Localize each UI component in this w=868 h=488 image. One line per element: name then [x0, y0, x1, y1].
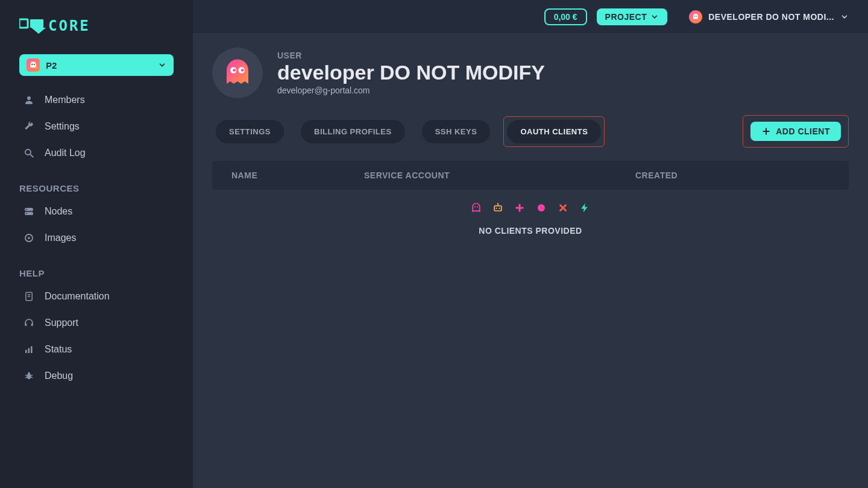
sidebar-item-label: Nodes	[45, 206, 72, 217]
svg-rect-22	[31, 346, 33, 353]
balance-badge[interactable]: 0,00 €	[544, 8, 587, 25]
headset-icon	[23, 317, 35, 329]
project-selector[interactable]: P2	[19, 54, 174, 76]
add-client-label: ADD CLIENT	[776, 127, 830, 136]
sidebar-item-label: Settings	[45, 121, 80, 132]
svg-point-12	[26, 213, 27, 214]
svg-rect-37	[494, 206, 502, 211]
ghost-icon	[27, 58, 40, 72]
svg-rect-9	[25, 208, 33, 211]
svg-rect-10	[25, 212, 33, 215]
sidebar-item-label: Status	[45, 344, 72, 355]
section-header-resources: RESOURCES	[19, 183, 174, 193]
tab-settings[interactable]: SETTINGS	[216, 120, 284, 143]
sidebar-item-label: Support	[45, 318, 78, 328]
svg-point-36	[477, 206, 478, 207]
bars-icon	[23, 343, 35, 355]
topbar: 0,00 € PROJECT DEVELOPER DO NOT MODI...	[193, 0, 868, 33]
chevron-down-icon	[840, 13, 849, 21]
column-header-created: CREATED	[635, 170, 829, 180]
svg-point-4	[31, 64, 33, 65]
project-button-label: PROJECT	[605, 12, 647, 22]
tab-ssh-keys[interactable]: SSH KEYS	[422, 120, 491, 143]
clients-table: NAME SERVICE ACCOUNT CREATED NO CLIENTS …	[212, 161, 849, 236]
svg-point-39	[497, 203, 498, 204]
brand-logo[interactable]: CORE	[19, 17, 174, 35]
core-logo-icon: CORE	[19, 17, 117, 35]
sidebar-item-debug[interactable]: Debug	[19, 365, 174, 387]
ghost-icon	[470, 202, 482, 214]
svg-line-27	[25, 377, 27, 378]
sidebar-item-support[interactable]: Support	[19, 312, 174, 334]
bug-icon	[23, 370, 35, 382]
main: 0,00 € PROJECT DEVELOPER DO NOT MODI...	[193, 0, 868, 488]
sidebar-item-label: Debug	[45, 371, 73, 381]
add-client-highlight: ADD CLIENT	[743, 115, 849, 148]
svg-point-42	[538, 204, 545, 211]
chevron-down-icon	[650, 13, 659, 21]
book-icon	[23, 290, 35, 302]
user-kicker: USER	[277, 51, 545, 60]
empty-icons	[470, 202, 591, 214]
svg-rect-1	[30, 19, 43, 28]
svg-point-34	[241, 69, 244, 72]
user-menu[interactable]: DEVELOPER DO NOT MODI...	[689, 10, 849, 23]
search-icon	[23, 147, 35, 159]
ghost-icon	[221, 57, 254, 89]
tabs: SETTINGS BILLING PROFILES SSH KEYS OAUTH…	[212, 116, 605, 147]
table-header: NAME SERVICE ACCOUNT CREATED	[212, 161, 849, 190]
svg-line-28	[31, 377, 33, 378]
tab-oauth-clients[interactable]: OAUTH CLIENTS	[507, 120, 601, 143]
svg-rect-18	[25, 324, 27, 327]
svg-point-14	[28, 237, 30, 239]
plus-icon	[514, 202, 526, 214]
section-header-help: HELP	[19, 268, 174, 278]
wrench-icon	[23, 120, 35, 133]
sidebar-item-images[interactable]: Images	[19, 227, 174, 249]
svg-point-23	[27, 374, 31, 379]
tabs-row: SETTINGS BILLING PROFILES SSH KEYS OAUTH…	[212, 115, 849, 148]
disc-icon	[23, 232, 35, 244]
bolt-icon	[579, 202, 591, 214]
svg-point-5	[34, 64, 35, 65]
sidebar-item-members[interactable]: Members	[19, 89, 174, 111]
tab-billing-profiles[interactable]: BILLING PROFILES	[301, 120, 405, 143]
user-title: developer DO NOT MODIFY	[277, 60, 545, 85]
sidebar-item-label: Images	[45, 233, 76, 243]
svg-text:CORE: CORE	[48, 17, 90, 34]
sidebar-item-label: Audit Log	[45, 148, 86, 158]
empty-message: NO CLIENTS PROVIDED	[479, 226, 582, 236]
robot-icon	[492, 202, 504, 214]
project-dropdown-button[interactable]: PROJECT	[597, 8, 668, 25]
svg-line-26	[31, 375, 33, 376]
user-email: developer@g-portal.com	[277, 86, 545, 95]
column-header-name: NAME	[231, 170, 364, 180]
ghost-icon	[689, 10, 702, 23]
svg-point-33	[233, 69, 236, 72]
svg-line-8	[30, 154, 33, 157]
empty-state: NO CLIENTS PROVIDED	[212, 202, 849, 236]
svg-point-41	[498, 208, 500, 209]
add-client-button[interactable]: ADD CLIENT	[750, 122, 841, 141]
sidebar-item-documentation[interactable]: Documentation	[19, 286, 174, 307]
circle-icon	[535, 202, 547, 214]
user-header: USER developer DO NOT MODIFY developer@g…	[212, 48, 849, 98]
chevron-down-icon	[158, 61, 166, 69]
plus-icon	[761, 127, 771, 136]
column-header-service-account: SERVICE ACCOUNT	[364, 170, 635, 180]
svg-rect-20	[25, 350, 27, 353]
sidebar-item-status[interactable]: Status	[19, 339, 174, 360]
sidebar-item-settings[interactable]: Settings	[19, 116, 174, 137]
sidebar-item-nodes[interactable]: Nodes	[19, 201, 174, 222]
svg-marker-2	[31, 28, 46, 34]
svg-point-35	[474, 206, 476, 207]
server-icon	[23, 205, 35, 217]
sidebar-item-label: Members	[45, 95, 85, 105]
svg-rect-21	[28, 348, 30, 353]
user-menu-label: DEVELOPER DO NOT MODI...	[708, 12, 834, 22]
svg-point-30	[696, 16, 697, 17]
sidebar-item-label: Documentation	[45, 291, 110, 302]
svg-point-11	[26, 209, 27, 210]
user-avatar	[212, 48, 263, 98]
sidebar-item-auditlog[interactable]: Audit Log	[19, 142, 174, 164]
